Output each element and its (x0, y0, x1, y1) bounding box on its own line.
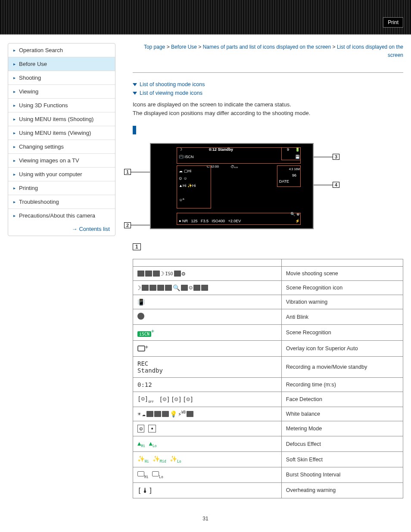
table-row: REC Standby Recording a movie/Movie stan… (133, 356, 403, 377)
sidebar-item-operation-search[interactable]: ▸Operation Search (8, 44, 115, 57)
icon-cell: ☽🔍☺ (133, 281, 282, 295)
arrow-icon: ▸ (13, 158, 16, 163)
overlay-icon (137, 345, 145, 352)
breadcrumb-top[interactable]: Top page (144, 44, 165, 50)
sidebar-label: Operation Search (19, 47, 63, 53)
sidebar-item-menu-viewing[interactable]: ▸Using MENU items (Viewing) (8, 126, 115, 140)
arrow-icon: ▸ (13, 131, 16, 135)
breadcrumb: Top page > Before Use > Names of parts a… (133, 43, 403, 59)
sidebar-item-computer[interactable]: ▸Using with your computer (8, 168, 115, 181)
sidebar-label: Precautions/About this camera (19, 212, 95, 219)
eye-icon (137, 313, 144, 320)
icon-cell: [☺]OFF [☺][☺][☺] (133, 392, 282, 407)
icon-meaning-table: ☽ISO⚙ Movie shooting scene ☽🔍☺ Scene Rec… (133, 259, 403, 498)
iso-icon: ISO (165, 271, 173, 276)
sidebar-item-shooting[interactable]: ▸Shooting (8, 71, 115, 85)
meaning-cell: Scene Recognition (281, 325, 403, 341)
scene-icon (193, 285, 200, 291)
header-bar: Print (0, 0, 411, 34)
link-label: List of shooting mode icons (140, 81, 205, 87)
breadcrumb-names[interactable]: Names of parts and list of icons display… (203, 44, 331, 50)
sidebar-item-3d[interactable]: ▸Using 3D Functions (8, 99, 115, 112)
icon-cell: ▲Hi ▲Lo (133, 436, 282, 452)
arrow-icon: ▸ (13, 144, 16, 149)
divider (133, 72, 403, 73)
sidebar-label: Changing settings (19, 143, 64, 150)
print-button[interactable]: Print (383, 17, 403, 28)
sidebar-item-tv[interactable]: ▸Viewing images on a TV (8, 154, 115, 168)
bulb-icon: 💡 (170, 411, 177, 417)
down-arrow-icon (133, 92, 137, 95)
meaning-cell: Anti Blink (281, 309, 403, 325)
scene-icon (201, 285, 208, 291)
meaning-cell: Movie shooting scene (281, 267, 403, 281)
skin-hi-icon: ✨Hi (137, 455, 149, 462)
callout-3: 3 (333, 154, 339, 160)
sidebar-item-troubleshooting[interactable]: ▸Troubleshooting (8, 195, 115, 209)
sidebar-item-precautions[interactable]: ▸Precautions/About this camera (8, 209, 115, 222)
breadcrumb-current: List of icons displayed on the screen (337, 44, 403, 58)
burst-hi-icon (137, 471, 144, 476)
arrow-icon: ▸ (13, 117, 16, 121)
sun-icon: ☀ (137, 411, 141, 417)
section-number-box: 1 (133, 243, 141, 250)
icon-cell (133, 309, 282, 325)
table-row: ☀☁💡⚡WB White balance (133, 407, 403, 421)
icon-cell: + (133, 341, 282, 357)
scene-icon (165, 285, 172, 291)
icon-cell: ☽ISO⚙ (133, 267, 282, 281)
smile-icon: ☺ (189, 284, 192, 291)
sidebar-item-settings[interactable]: ▸Changing settings (8, 140, 115, 154)
arrow-icon: ▸ (13, 75, 16, 80)
sidebar-nav: ▸Operation Search ▸Before Use ▸Shooting … (8, 43, 115, 236)
sidebar-label: Printing (19, 185, 38, 191)
arrow-icon: ▸ (13, 48, 16, 53)
mode-icon (153, 271, 160, 277)
icon-cell: 0:12 (133, 377, 282, 392)
sidebar-label: Shooting (19, 75, 41, 81)
fluor-icon (162, 411, 169, 417)
sidebar-label: Before Use (19, 61, 47, 67)
skin-lo-icon: ✨Lo (170, 455, 181, 462)
vibration-icon: 📳 (137, 299, 145, 305)
face-icon: [☺] (159, 396, 170, 403)
table-header-row (133, 259, 403, 267)
link-viewing-icons[interactable]: List of viewing mode icons (133, 90, 403, 96)
sidebar-item-viewing[interactable]: ▸Viewing (8, 85, 115, 99)
contents-list-label: Contents list (79, 226, 110, 232)
desc-line2: The displayed icon positions may differ … (133, 109, 403, 118)
timer-icon: ⏱₁₀ (230, 165, 238, 169)
arrow-icon: ▸ (13, 213, 16, 218)
flash-wb-icon: ⚡WB (178, 411, 186, 417)
table-row: [☺]OFF [☺][☺][☺] Face Detection (133, 392, 403, 407)
link-label: List of viewing mode icons (140, 90, 202, 96)
sidebar-item-before-use[interactable]: ▸Before Use (8, 57, 115, 71)
face-icon: [☺] (183, 396, 193, 403)
contents-list-link[interactable]: →Contents list (8, 222, 115, 236)
meaning-cell: Defocus Effect (281, 436, 403, 452)
arrow-right-icon: → (72, 226, 77, 232)
breadcrumb-before-use[interactable]: Before Use (171, 44, 197, 50)
callout-4: 4 (333, 182, 339, 188)
link-shooting-icons[interactable]: List of shooting mode icons (133, 81, 403, 87)
table-row: + Overlay icon for Superior Auto (133, 341, 403, 357)
icon-cell: ☀☁💡⚡WB (133, 407, 282, 421)
table-row: ☽ISO⚙ Movie shooting scene (133, 267, 403, 281)
down-arrow-icon (133, 83, 137, 86)
sidebar-label: Using MENU items (Shooting) (19, 116, 93, 122)
section-marker (133, 126, 136, 134)
table-row: 0:12 Recording time (m:s) (133, 377, 403, 392)
sidebar-label: Using with your computer (19, 171, 82, 177)
cloud-icon: ☁ (142, 411, 145, 417)
table-row: Hi Lo Burst Shooting Interval (133, 467, 403, 483)
table-row: ✨Hi ✨Mid ✨Lo Soft Skin Effect (133, 452, 403, 467)
arrow-icon: ▸ (13, 199, 16, 204)
sidebar-label: Using MENU items (Viewing) (19, 130, 91, 136)
sidebar-item-printing[interactable]: ▸Printing (8, 181, 115, 195)
scene-icon (142, 285, 149, 291)
mode-icon (145, 271, 152, 277)
arrow-icon: ▸ (13, 89, 16, 94)
face-off-icon: [☺]OFF (137, 395, 154, 404)
sidebar-item-menu-shooting[interactable]: ▸Using MENU items (Shooting) (8, 112, 115, 126)
skin-mid-icon: ✨Mid (153, 455, 166, 462)
